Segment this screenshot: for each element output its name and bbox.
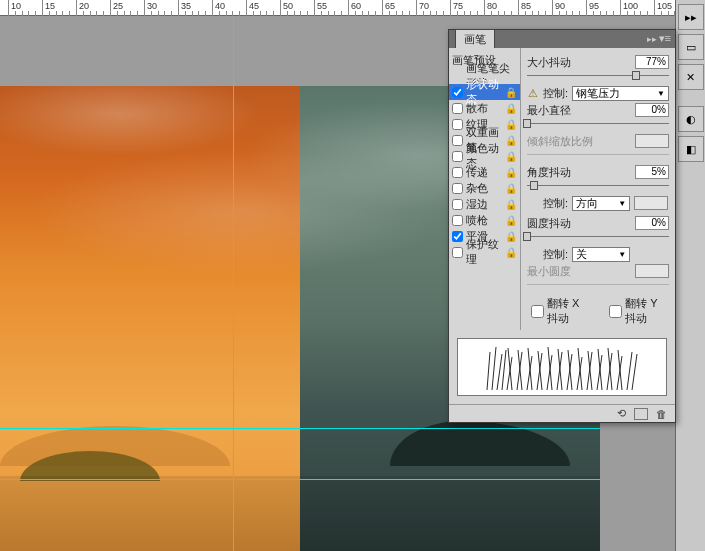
right-toolbar: ▸▸ ▭ ✕ ◐ ◧: [675, 0, 705, 551]
flip-y-checkbox[interactable]: 翻转 Y 抖动: [609, 296, 669, 326]
opt-protect-texture[interactable]: 保护纹理🔒: [449, 244, 520, 260]
control3-select[interactable]: 关▼: [572, 247, 630, 262]
toggle-view-icon[interactable]: ⟲: [617, 407, 626, 420]
swatch-icon[interactable]: ◧: [678, 136, 704, 162]
opt-wet-edges[interactable]: 湿边🔒: [449, 196, 520, 212]
min-diameter-value[interactable]: 0%: [635, 103, 669, 117]
min-diameter-label: 最小直径: [527, 103, 571, 118]
control2-select[interactable]: 方向▼: [572, 196, 630, 211]
lock-icon: 🔒: [505, 199, 517, 210]
opt-transfer[interactable]: 传递🔒: [449, 164, 520, 180]
roundness-jitter-slider[interactable]: [527, 232, 669, 242]
tools-icon[interactable]: ✕: [678, 64, 704, 90]
ruler-horizontal: 1015202530354045505560657075808590951001…: [0, 0, 675, 16]
tilt-scale-value: [635, 134, 669, 148]
flip-x-checkbox[interactable]: 翻转 X 抖动: [531, 296, 591, 326]
lock-icon: 🔒: [505, 87, 517, 98]
control1-select[interactable]: 钢笔压力▼: [572, 86, 669, 101]
size-jitter-label: 大小抖动: [527, 55, 571, 70]
guide-horizontal-1[interactable]: [0, 428, 600, 429]
warn-icon: ⚠: [527, 87, 539, 100]
roundness-jitter-value[interactable]: 0%: [635, 216, 669, 230]
min-roundness-slider: [527, 280, 669, 290]
chevron-down-icon: ▼: [618, 250, 626, 259]
roundness-jitter-label: 圆度抖动: [527, 216, 571, 231]
lock-icon: 🔒: [505, 183, 517, 194]
size-jitter-value[interactable]: 77%: [635, 55, 669, 69]
angle-jitter-label: 角度抖动: [527, 165, 571, 180]
lock-icon: 🔒: [505, 135, 517, 146]
opt-color-dynamics[interactable]: 颜色动态🔒: [449, 148, 520, 164]
tilt-scale-slider: [527, 150, 669, 160]
chevron-down-icon: ▼: [657, 89, 665, 98]
brush-preview: [457, 338, 667, 396]
angle-jitter-value[interactable]: 5%: [635, 165, 669, 179]
lock-icon: 🔒: [505, 231, 517, 242]
layers-icon[interactable]: ▭: [678, 34, 704, 60]
panel-tab-bar: 画笔 ▸▸ ▾≡: [449, 30, 675, 48]
trash-icon[interactable]: 🗑: [656, 408, 667, 420]
size-jitter-slider[interactable]: [527, 71, 669, 81]
brush-panel: 画笔 ▸▸ ▾≡ 画笔预设 画笔笔尖形状 形状动态🔒 散布🔒 纹理🔒 双重画笔🔒…: [448, 29, 676, 423]
lock-icon: 🔒: [505, 103, 517, 114]
opt-scattering[interactable]: 散布🔒: [449, 100, 520, 116]
min-diameter-slider[interactable]: [527, 119, 669, 129]
opt-noise[interactable]: 杂色🔒: [449, 180, 520, 196]
panel-menu-icon[interactable]: ▸▸: [647, 34, 657, 44]
history-icon[interactable]: ◐: [678, 106, 704, 132]
expand-panels-icon[interactable]: ▸▸: [678, 4, 704, 30]
min-roundness-label: 最小圆度: [527, 264, 571, 279]
lock-icon: 🔒: [505, 167, 517, 178]
lock-icon: 🔒: [505, 247, 517, 258]
tilt-scale-label: 倾斜缩放比例: [527, 134, 593, 149]
guide-horizontal-2[interactable]: [0, 479, 600, 480]
panel-close-icon[interactable]: ▾≡: [659, 32, 671, 45]
lock-icon: 🔒: [505, 215, 517, 226]
chevron-down-icon: ▼: [618, 199, 626, 208]
panel-footer: ⟲ 🗑: [449, 404, 675, 422]
lock-icon: 🔒: [505, 151, 517, 162]
guide-vertical[interactable]: [233, 16, 234, 551]
brush-options-list: 画笔预设 画笔笔尖形状 形状动态🔒 散布🔒 纹理🔒 双重画笔🔒 颜色动态🔒 传递…: [449, 48, 521, 330]
min-roundness-value: [635, 264, 669, 278]
opt-airbrush[interactable]: 喷枪🔒: [449, 212, 520, 228]
lock-icon: 🔒: [505, 119, 517, 130]
tab-brush[interactable]: 画笔: [455, 29, 495, 48]
opt-shape-dynamics[interactable]: 形状动态🔒: [449, 84, 520, 100]
angle-jitter-slider[interactable]: [527, 181, 669, 191]
new-preset-icon[interactable]: [634, 408, 648, 420]
brush-controls: 大小抖动77% ⚠控制:钢笔压力▼ 最小直径0% 倾斜缩放比例 角度抖动5% 控…: [521, 48, 675, 330]
